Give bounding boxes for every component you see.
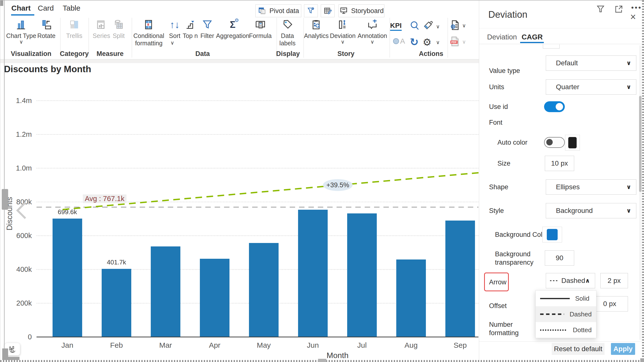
chevron-down-icon: ∨ [626, 60, 632, 67]
trellis-button[interactable]: Trellis [66, 18, 82, 39]
bar-jan[interactable] [52, 219, 82, 337]
refresh-icon[interactable]: ↻ [410, 36, 418, 48]
chevron-down-icon[interactable]: ∨ [462, 39, 466, 44]
bar-jun[interactable] [298, 210, 328, 337]
pdf-export-icon[interactable]: PDF [449, 35, 461, 47]
annotation-button[interactable]: Annotation ∨ [358, 18, 387, 44]
kpi-button[interactable]: KPI [390, 22, 402, 29]
ribbon-separator [132, 18, 132, 58]
filter-button[interactable]: Filter [200, 18, 214, 39]
use-id-toggle[interactable] [544, 101, 565, 112]
line-style-option-solid[interactable]: Solid [536, 291, 596, 306]
panel-tab-cagr[interactable]: CAGR [522, 33, 542, 41]
font-section-label: Font [489, 118, 502, 127]
x-tick-label: Jan [62, 341, 73, 350]
chart-canvas[interactable]: Discounts by Month Discounts 1.4m1.2m1.0… [0, 63, 479, 362]
bar-sep[interactable] [445, 220, 475, 337]
data-labels-button[interactable]: Data labels [276, 18, 299, 47]
data-labels-tag-icon [282, 18, 293, 31]
close-icon[interactable]: × [630, 12, 636, 21]
offset-input[interactable]: 0 px [592, 296, 628, 312]
scrolled-control-fragment [543, 44, 560, 48]
chevron-down-icon[interactable]: ∨ [436, 24, 440, 29]
apply-button[interactable]: Apply [611, 343, 635, 355]
style-select[interactable]: Background ∨ [546, 203, 636, 218]
splitter-handle[interactable] [2, 189, 8, 210]
tab-table[interactable]: Table [63, 4, 80, 12]
panel-footer: Reset to default Apply [479, 341, 643, 361]
chart-title: Discounts by Month [4, 64, 91, 74]
chevron-down-icon[interactable]: ∨ [462, 23, 466, 28]
aggregation-button[interactable]: Σ⚙ Aggregation [216, 18, 250, 39]
format-painter-icon[interactable] [423, 21, 433, 31]
conditional-formatting-button[interactable]: Conditional formatting ∨ [129, 18, 168, 47]
line-style-option-dotted[interactable]: Dotted [536, 322, 596, 338]
pivot-data-icon [258, 6, 266, 15]
storyboard-button[interactable]: Storyboard [338, 4, 384, 17]
value-type-select[interactable]: Default ∨ [546, 55, 636, 71]
size-input[interactable]: 10 px [545, 156, 574, 171]
scroll-left-chevron-icon[interactable] [15, 201, 28, 220]
background-color-swatch[interactable] [542, 227, 562, 242]
y-tick-label: 1.2m [5, 130, 32, 139]
panel-scrollbar[interactable] [639, 45, 642, 340]
filter-lock-button[interactable] [304, 4, 318, 17]
auto-color-toggle-icon[interactable]: A [393, 37, 405, 45]
auto-color-toggle[interactable] [544, 137, 565, 148]
top-n-button[interactable]: Top n [182, 18, 198, 39]
formula-button[interactable]: Formula [249, 18, 272, 39]
panel-tabs-border [479, 44, 643, 44]
panel-scrollbar-thumb[interactable] [639, 96, 642, 192]
analytics-button[interactable]: Analytics [304, 18, 329, 39]
dashed-line-sample [540, 314, 564, 315]
chart-type-button[interactable]: Chart Type ∨ [6, 18, 36, 44]
x-tick-label: Feb [110, 341, 123, 350]
y-tick-label: 600k [5, 232, 32, 240]
split-button[interactable]: Split [113, 18, 125, 39]
line-style-option-dashed[interactable]: Dashed [536, 306, 596, 322]
background-transparency-input[interactable]: 90 [545, 250, 574, 266]
x-tick-label: Jun [307, 341, 319, 350]
bar-aug[interactable] [396, 259, 426, 337]
font-color-swatch[interactable] [565, 135, 580, 151]
y-tick-label: 1.0m [5, 164, 32, 172]
deviation-button[interactable]: Deviation ∨ [330, 18, 356, 44]
sort-button[interactable]: ↑↓ Sort [169, 18, 180, 39]
series-button[interactable]: Series [93, 18, 110, 39]
group-label-data: Data [196, 50, 210, 58]
pivot-data-button[interactable]: Pivot data [256, 4, 301, 17]
settings-gear-icon[interactable]: ⚙ [423, 36, 432, 48]
ellipsis-icon[interactable]: ••• [631, 3, 642, 12]
filter-icon[interactable] [596, 4, 606, 14]
edit-table-button[interactable] [321, 4, 334, 17]
shape-select[interactable]: Ellipses ∨ [546, 180, 636, 195]
chevron-down-icon[interactable]: ∨ [436, 40, 440, 45]
split-icon [113, 18, 124, 31]
group-label-measure: Measure [96, 50, 124, 58]
bar-feb[interactable] [102, 269, 131, 337]
arrow-style-select[interactable]: Dashed ∧ [546, 273, 595, 288]
bar-apr[interactable] [200, 259, 230, 337]
tab-card[interactable]: Card [38, 4, 54, 12]
bar-may[interactable] [249, 243, 278, 337]
bar-jul[interactable] [347, 213, 377, 337]
solid-line-sample [540, 298, 570, 299]
export-settings-icon[interactable] [449, 19, 461, 31]
tab-chart[interactable]: Chart [11, 4, 30, 12]
popout-icon[interactable] [614, 4, 624, 14]
panel-divider [479, 28, 643, 28]
units-select[interactable]: Quarter ∨ [546, 79, 636, 95]
reset-to-default-button[interactable]: Reset to default [552, 343, 604, 355]
selection-midpoint-handle[interactable] [318, 359, 326, 362]
x-tick-label: May [257, 341, 271, 350]
storyboard-icon [339, 6, 348, 15]
arrow-width-input[interactable]: 2 px [600, 273, 628, 288]
filter-funnel-icon [202, 18, 213, 31]
units-label: Units [489, 83, 504, 91]
aggregation-sigma-icon: Σ⚙ [230, 18, 236, 31]
panel-tab-deviation[interactable]: Deviation [487, 33, 517, 41]
bar-mar[interactable] [151, 246, 180, 337]
search-icon[interactable] [409, 20, 420, 31]
selection-corner-handle[interactable] [640, 358, 644, 362]
rotate-button[interactable]: Rotate [37, 18, 56, 39]
